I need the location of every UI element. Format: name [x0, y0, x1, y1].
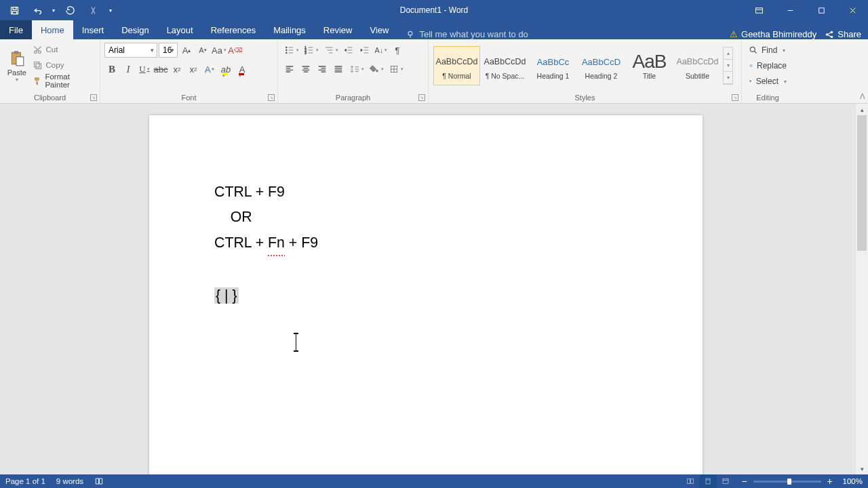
cut-button[interactable]: Cut — [33, 42, 93, 57]
save-button[interactable] — [3, 0, 26, 20]
editing-group-label: Editing — [742, 94, 793, 102]
styles-dialog-launcher[interactable]: ↘ — [732, 94, 738, 101]
replace-button[interactable]: Replace — [749, 58, 787, 73]
tell-me-search[interactable]: Tell me what you want to do — [406, 29, 528, 39]
strikethrough-button[interactable]: abc — [153, 62, 168, 77]
print-layout-button[interactable] — [699, 474, 717, 488]
font-size-select[interactable]: 16 — [159, 43, 178, 58]
superscript-button[interactable]: x2 — [186, 62, 201, 77]
bullets-button[interactable] — [282, 43, 300, 58]
align-right-button[interactable] — [315, 62, 330, 77]
scroll-up-button[interactable]: ▴ — [856, 104, 868, 115]
read-mode-button[interactable] — [682, 474, 699, 488]
font-color-button[interactable]: A — [235, 62, 250, 77]
tab-design[interactable]: Design — [113, 20, 157, 39]
svg-rect-14 — [36, 64, 41, 69]
vertical-scrollbar[interactable]: ▴ ▾ — [856, 104, 868, 474]
zoom-in-button[interactable]: + — [825, 476, 835, 487]
find-button[interactable]: Find▾ — [749, 43, 787, 58]
undo-dropdown[interactable]: ▾ — [49, 0, 58, 20]
tab-references[interactable]: References — [202, 20, 264, 39]
sort-button[interactable]: A↓ — [374, 43, 389, 58]
font-dialog-launcher[interactable]: ↘ — [268, 94, 275, 101]
tab-layout[interactable]: Layout — [158, 20, 202, 39]
line-spacing-button[interactable] — [347, 62, 366, 77]
tab-file[interactable]: File — [0, 20, 32, 39]
paragraph-dialog-launcher[interactable]: ↘ — [418, 94, 425, 101]
text-effects-button[interactable]: A — [202, 62, 217, 77]
close-button[interactable] — [837, 0, 868, 20]
format-painter-button[interactable]: Format Painter — [33, 73, 93, 88]
grow-font-button[interactable]: A▴ — [179, 43, 194, 58]
web-layout-button[interactable] — [717, 474, 734, 488]
svg-rect-1 — [13, 7, 16, 9]
svg-rect-11 — [16, 56, 24, 65]
copy-button[interactable]: Copy — [33, 58, 93, 73]
document-page[interactable]: CTRL + F9 OR CTRL + Fn + F9 { | } — [149, 115, 703, 474]
style-heading-2[interactable]: AaBbCcDHeading 2 — [578, 46, 625, 85]
svg-rect-3 — [755, 7, 762, 13]
highlight-button[interactable]: ab — [218, 62, 233, 77]
scroll-thumb[interactable] — [857, 115, 867, 251]
undo-button[interactable] — [26, 0, 49, 20]
italic-button[interactable]: I — [121, 62, 136, 77]
scroll-down-button[interactable]: ▾ — [856, 463, 868, 474]
shading-button[interactable] — [367, 62, 385, 77]
underline-button[interactable]: U — [137, 62, 152, 77]
zoom-out-button[interactable]: − — [740, 476, 749, 487]
subscript-button[interactable]: x2 — [170, 62, 184, 77]
tab-review[interactable]: Review — [315, 20, 361, 39]
style---no-spac---[interactable]: AaBbCcDd¶ No Spac... — [481, 46, 528, 85]
tab-home[interactable]: Home — [32, 20, 73, 39]
minimize-button[interactable] — [774, 0, 806, 20]
style-subtitle[interactable]: AaBbCcDdSubtitle — [674, 46, 721, 85]
clipboard-dialog-launcher[interactable]: ↘ — [90, 94, 97, 101]
select-button[interactable]: Select▾ — [749, 74, 787, 89]
zoom-track[interactable] — [753, 481, 821, 483]
styles-scroll[interactable]: ▴▾▾ — [723, 47, 733, 85]
redo-button[interactable] — [58, 0, 81, 20]
page-count[interactable]: Page 1 of 1 — [5, 477, 45, 485]
clear-formatting-button[interactable]: A⌫ — [228, 43, 243, 58]
spell-error-fn[interactable]: Fn — [268, 230, 285, 256]
maximize-button[interactable] — [806, 0, 837, 20]
align-left-button[interactable] — [282, 62, 297, 77]
document-content[interactable]: CTRL + F9 OR CTRL + Fn + F9 { | } — [214, 180, 318, 308]
multilevel-list-button[interactable] — [321, 43, 340, 58]
ribbon-options-button[interactable] — [743, 0, 774, 20]
zoom-percent[interactable]: 100% — [843, 477, 863, 485]
style-heading-1[interactable]: AaBbCcHeading 1 — [530, 46, 576, 85]
collapse-ribbon-button[interactable]: ᐱ — [860, 92, 865, 101]
shrink-font-button[interactable]: A▾ — [195, 43, 210, 58]
proofing-icon[interactable] — [94, 476, 104, 486]
justify-button[interactable] — [331, 62, 346, 77]
svg-rect-2 — [12, 11, 16, 14]
zoom-slider[interactable]: − + 100% — [740, 476, 863, 487]
tab-view[interactable]: View — [361, 20, 397, 39]
share-label: Share — [837, 29, 861, 39]
style-title[interactable]: AaBTitle — [626, 46, 673, 85]
change-case-button[interactable]: Aa — [212, 43, 226, 58]
qat-customize[interactable]: ▾ — [104, 0, 117, 20]
style---normal[interactable]: AaBbCcDd¶ Normal — [433, 46, 480, 85]
numbering-button[interactable]: 123 — [302, 43, 320, 58]
paste-button[interactable]: Paste ▾ — [4, 41, 30, 91]
show-hide-button[interactable]: ¶ — [390, 43, 405, 58]
bold-button[interactable]: B — [104, 62, 119, 77]
user-name: Geetha Bhimireddy — [741, 29, 816, 39]
borders-button[interactable] — [387, 62, 405, 77]
tell-me-placeholder: Tell me what you want to do — [419, 29, 528, 39]
word-count[interactable]: 9 words — [56, 477, 83, 485]
decrease-indent-button[interactable] — [341, 43, 356, 58]
share-button[interactable]: Share — [825, 29, 861, 39]
align-center-button[interactable] — [298, 62, 313, 77]
warning-icon: ⚠ — [730, 29, 738, 39]
field-code-braces[interactable]: { | } — [214, 287, 239, 304]
font-name-select[interactable]: Arial — [104, 43, 157, 58]
tab-insert[interactable]: Insert — [73, 20, 113, 39]
increase-indent-button[interactable] — [357, 43, 372, 58]
tab-mailings[interactable]: Mailings — [264, 20, 315, 39]
user-account[interactable]: ⚠ Geetha Bhimireddy — [730, 29, 816, 39]
touch-mode-button[interactable] — [81, 0, 104, 20]
svg-rect-25 — [706, 479, 710, 484]
